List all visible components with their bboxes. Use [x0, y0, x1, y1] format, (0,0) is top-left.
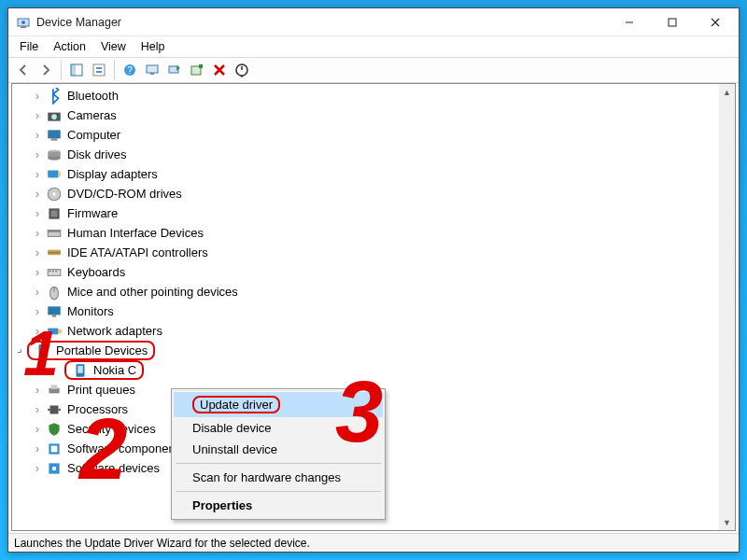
tree-item[interactable]: ›DVD/CD-ROM drives [31, 184, 719, 203]
svg-rect-48 [59, 329, 62, 333]
ctx-uninstall-device[interactable]: Uninstall device [174, 439, 383, 460]
chevron-right-icon[interactable]: › [31, 403, 44, 416]
svg-point-28 [48, 156, 61, 161]
ide-icon [46, 245, 63, 260]
chevron-right-icon[interactable]: › [31, 325, 44, 338]
svg-rect-46 [52, 315, 57, 316]
toolbar-separator [61, 60, 62, 80]
svg-rect-50 [40, 345, 46, 353]
chevron-right-icon[interactable]: › [31, 109, 44, 122]
svg-rect-30 [59, 171, 61, 176]
chevron-right-icon[interactable]: › [31, 266, 44, 279]
svg-rect-47 [48, 328, 58, 334]
portable-device-icon [35, 343, 51, 358]
maximize-button[interactable] [651, 8, 694, 36]
chevron-right-icon[interactable]: › [31, 462, 44, 475]
ctx-update-driver[interactable]: Update driver [174, 392, 383, 417]
ctx-properties[interactable]: Properties [174, 495, 383, 516]
chevron-right-icon[interactable]: › [31, 207, 44, 220]
svg-rect-15 [150, 73, 154, 75]
tree-item[interactable]: ›IDE ATA/ATAPI controllers [31, 243, 719, 262]
processor-icon [46, 402, 63, 417]
svg-rect-59 [51, 445, 58, 452]
chevron-right-icon[interactable]: › [31, 442, 44, 455]
computer-icon [46, 128, 63, 143]
dvd-icon [46, 187, 63, 202]
svg-rect-56 [48, 408, 49, 410]
tree-item[interactable]: ›Display adapters [31, 164, 719, 184]
chevron-right-icon[interactable]: › [31, 305, 44, 318]
display-adapter-icon [46, 167, 63, 182]
chevron-right-icon[interactable]: › [31, 286, 44, 299]
disk-icon [46, 147, 63, 162]
tree-item[interactable]: ›Network adapters [31, 321, 719, 341]
ctx-disable-device[interactable]: Disable device [174, 417, 383, 439]
chevron-right-icon[interactable]: › [31, 90, 44, 103]
highlight-1: Portable Devices [27, 341, 155, 360]
tree-item[interactable]: ›Bluetooth [31, 86, 719, 105]
svg-rect-10 [96, 67, 102, 69]
menu-file[interactable]: File [12, 38, 46, 55]
svg-rect-54 [51, 385, 58, 389]
forward-button[interactable] [35, 59, 57, 81]
scan-hardware-button[interactable] [141, 59, 163, 81]
disable-button[interactable] [208, 59, 231, 81]
minimize-button[interactable] [608, 8, 651, 36]
scroll-up-button[interactable]: ▲ [719, 84, 735, 100]
tree-item[interactable]: ›Human Interface Devices [31, 223, 719, 243]
chevron-right-icon[interactable]: › [31, 246, 44, 259]
toolbar: ? [8, 57, 739, 83]
uninstall-button[interactable] [186, 59, 208, 81]
hid-icon [46, 226, 63, 241]
camera-icon [46, 108, 63, 123]
update-driver-button[interactable] [163, 59, 186, 81]
svg-rect-1 [21, 26, 26, 28]
vertical-scrollbar[interactable]: ▲ ▼ [719, 84, 735, 530]
menu-bar: File Action View Help [8, 36, 739, 57]
security-icon [46, 422, 63, 437]
svg-point-2 [21, 21, 25, 24]
properties-button[interactable] [88, 59, 110, 81]
back-button[interactable] [12, 59, 35, 81]
chevron-right-icon[interactable]: › [31, 188, 44, 201]
highlight-2: Nokia C [64, 360, 144, 380]
tree-item[interactable]: ›Monitors [31, 301, 719, 321]
content-pane: ›Bluetooth ›Cameras ›Computer ›Disk driv… [11, 83, 736, 531]
svg-rect-40 [49, 270, 50, 272]
chevron-right-icon[interactable]: › [31, 227, 44, 240]
svg-point-32 [52, 192, 55, 195]
show-hide-tree-button[interactable] [65, 59, 88, 81]
chevron-right-icon[interactable]: › [31, 148, 44, 161]
chevron-right-icon[interactable]: › [31, 384, 44, 397]
chevron-right-icon[interactable]: › [31, 168, 44, 181]
enable-button[interactable] [231, 59, 253, 81]
help-button[interactable]: ? [119, 59, 141, 81]
tree-item[interactable]: ›Firmware [31, 203, 719, 223]
svg-rect-29 [48, 170, 58, 177]
svg-rect-57 [59, 408, 61, 410]
tree-item[interactable]: ›Computer [31, 125, 719, 145]
tree-item[interactable]: ›Cameras [31, 105, 719, 125]
firmware-icon [46, 206, 63, 221]
tree-item-portable-devices[interactable]: › Portable Devices [14, 341, 719, 360]
title-bar: Device Manager [8, 8, 739, 36]
tree-item-nokia[interactable]: Nokia C [51, 360, 719, 380]
ctx-separator [176, 491, 381, 492]
menu-help[interactable]: Help [134, 38, 173, 55]
ctx-scan-hardware[interactable]: Scan for hardware changes [174, 467, 383, 488]
tree-item[interactable]: ›Disk drives [31, 145, 719, 164]
svg-rect-24 [48, 130, 61, 138]
status-bar: Launches the Update Driver Wizard for th… [8, 533, 739, 552]
svg-rect-18 [199, 64, 203, 68]
printer-icon [46, 383, 63, 398]
chevron-right-icon[interactable]: › [31, 129, 44, 142]
tree-item[interactable]: ›Keyboards [31, 262, 719, 282]
menu-view[interactable]: View [93, 38, 134, 55]
menu-action[interactable]: Action [46, 38, 93, 55]
tree-item[interactable]: ›Mice and other pointing devices [31, 282, 719, 301]
chevron-right-icon[interactable]: › [31, 423, 44, 436]
svg-rect-9 [93, 64, 105, 76]
scroll-down-button[interactable]: ▼ [719, 514, 735, 530]
app-icon [16, 15, 31, 30]
close-button[interactable] [694, 8, 737, 36]
